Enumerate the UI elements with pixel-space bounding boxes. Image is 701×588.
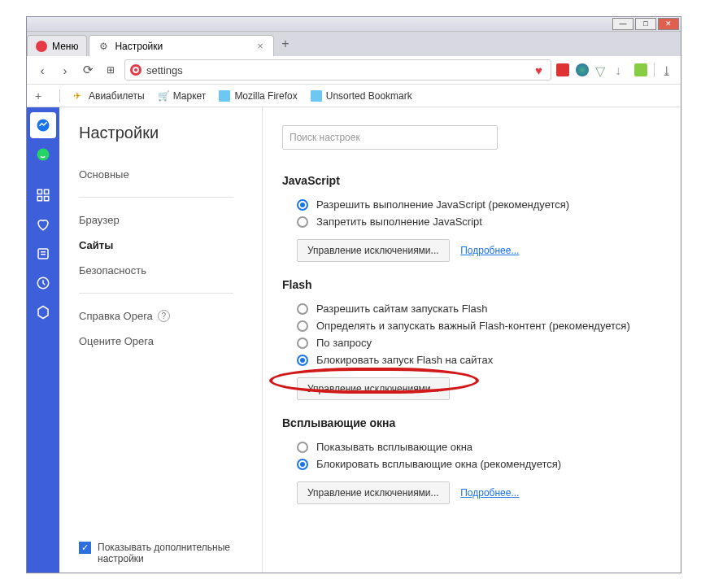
nav-browser[interactable]: Браузер: [79, 207, 262, 233]
checkbox-checked-icon: ✓: [79, 542, 91, 554]
show-advanced-checkbox[interactable]: ✓ Показывать дополнительные настройки: [79, 542, 262, 564]
ext-icon-3[interactable]: ▽: [595, 63, 608, 76]
rail-history-icon[interactable]: [30, 270, 56, 296]
radio-js-block[interactable]: Запретить выполнение JavaScript: [297, 216, 671, 228]
radio-icon: [297, 303, 308, 315]
rail-whatsapp[interactable]: [30, 142, 56, 168]
address-input[interactable]: [146, 64, 530, 76]
new-tab-button[interactable]: +: [274, 32, 297, 56]
popup-more-link[interactable]: Подробнее...: [460, 487, 519, 499]
sidebar-title: Настройки: [79, 124, 262, 142]
tab-close-icon[interactable]: ×: [257, 40, 263, 52]
folder-icon: [311, 90, 322, 102]
radio-checked-icon: [297, 199, 308, 211]
radio-flash-ondemand[interactable]: По запросу: [297, 337, 671, 349]
radio-checked-icon: [297, 459, 308, 470]
add-bookmark-icon[interactable]: +: [35, 89, 46, 102]
nav-basic[interactable]: Основные: [79, 162, 262, 187]
close-button[interactable]: ✕: [658, 18, 679, 30]
opera-site-icon: [130, 64, 142, 76]
section-javascript-title: JavaScript: [282, 174, 671, 187]
popup-manage-exceptions-button[interactable]: Управление исключениями...: [297, 481, 450, 504]
nav-help[interactable]: Справка Opera ?: [79, 303, 262, 329]
left-rail: [27, 107, 59, 573]
radio-checked-icon: [297, 355, 308, 366]
radio-icon: [297, 338, 308, 349]
radio-flash-detect[interactable]: Определять и запускать важный Flash-конт…: [297, 320, 671, 332]
ext-icon-2[interactable]: [576, 63, 589, 76]
back-button[interactable]: ‹: [33, 61, 51, 79]
ext-icon-4[interactable]: ↓: [615, 63, 628, 76]
download-icon[interactable]: ⤓: [661, 63, 674, 76]
radio-flash-allow[interactable]: Разрешить сайтам запускать Flash: [297, 303, 671, 315]
bookmark-unsorted[interactable]: Unsorted Bookmark: [311, 90, 412, 102]
menu-label: Меню: [52, 41, 78, 52]
gear-icon: ⚙: [99, 41, 108, 52]
flash-manage-exceptions-button[interactable]: Управление исключениями...: [297, 377, 450, 400]
nav-rate[interactable]: Оцените Opera: [79, 329, 262, 354]
plane-icon: ✈: [73, 90, 85, 102]
section-flash-title: Flash: [282, 278, 671, 291]
radio-popup-block[interactable]: Блокировать всплывающие окна (рекомендуе…: [297, 458, 671, 470]
section-popups-title: Всплывающие окна: [282, 416, 671, 429]
address-bar[interactable]: ♥: [124, 59, 551, 81]
js-more-link[interactable]: Подробнее...: [460, 245, 519, 256]
folder-icon: [219, 90, 230, 102]
rail-messenger[interactable]: [30, 112, 56, 138]
maximize-button[interactable]: □: [635, 18, 656, 30]
forward-button[interactable]: ›: [56, 61, 74, 79]
bookmark-market[interactable]: 🛒 Маркет: [158, 90, 207, 102]
tab-title: Настройки: [115, 41, 163, 52]
tab-strip: Меню ⚙ Настройки × +: [27, 32, 681, 56]
bookmark-firefox[interactable]: Mozilla Firefox: [219, 90, 297, 102]
tab-settings[interactable]: ⚙ Настройки ×: [89, 35, 273, 56]
bookmark-aviatickets[interactable]: ✈ Авиабилеты: [73, 90, 145, 102]
radio-icon: [297, 320, 308, 332]
toolbar: ‹ › ⟳ ⊞ ♥ ▽ ↓ ⤓: [27, 56, 681, 85]
svg-rect-2: [37, 189, 41, 194]
cart-icon: 🛒: [158, 90, 169, 102]
settings-content: Поиск настроек JavaScript Разрешить выпо…: [263, 107, 681, 573]
settings-sidebar: Настройки Основные Браузер Сайты Безопас…: [59, 107, 263, 573]
window-title-bar: — □ ✕: [27, 17, 681, 32]
help-icon: ?: [158, 310, 170, 322]
nav-sites[interactable]: Сайты: [79, 233, 262, 258]
svg-rect-4: [37, 197, 41, 201]
bookmarks-bar: + ✈ Авиабилеты 🛒 Маркет Mozilla Firefox …: [27, 85, 681, 107]
ext-icon-5[interactable]: [634, 63, 647, 76]
nav-security[interactable]: Безопасность: [79, 258, 262, 283]
opera-logo-icon: [36, 41, 47, 52]
radio-flash-block[interactable]: Блокировать запуск Flash на сайтах: [297, 354, 671, 366]
heart-icon[interactable]: ♥: [535, 63, 542, 77]
svg-point-1: [37, 149, 50, 161]
radio-icon: [297, 442, 308, 453]
minimize-button[interactable]: —: [612, 18, 634, 30]
svg-rect-5: [45, 197, 49, 201]
reload-button[interactable]: ⟳: [79, 61, 97, 79]
speed-dial-icon[interactable]: ⊞: [102, 61, 120, 79]
js-manage-exceptions-button[interactable]: Управление исключениями...: [297, 239, 450, 262]
rail-extensions-icon[interactable]: [30, 299, 56, 325]
rail-speed-dial-icon[interactable]: [30, 182, 56, 208]
rail-heart-icon[interactable]: [30, 211, 56, 237]
radio-popup-show[interactable]: Показывать всплывающие окна: [297, 441, 671, 453]
ext-icon-1[interactable]: [556, 63, 569, 76]
opera-menu-tab[interactable]: Меню: [27, 35, 87, 56]
settings-search-input[interactable]: Поиск настроек: [282, 125, 498, 150]
svg-rect-3: [45, 189, 49, 194]
rail-news-icon[interactable]: [30, 241, 56, 267]
radio-js-allow[interactable]: Разрешить выполнение JavaScript (рекомен…: [297, 198, 671, 211]
radio-icon: [297, 216, 308, 228]
